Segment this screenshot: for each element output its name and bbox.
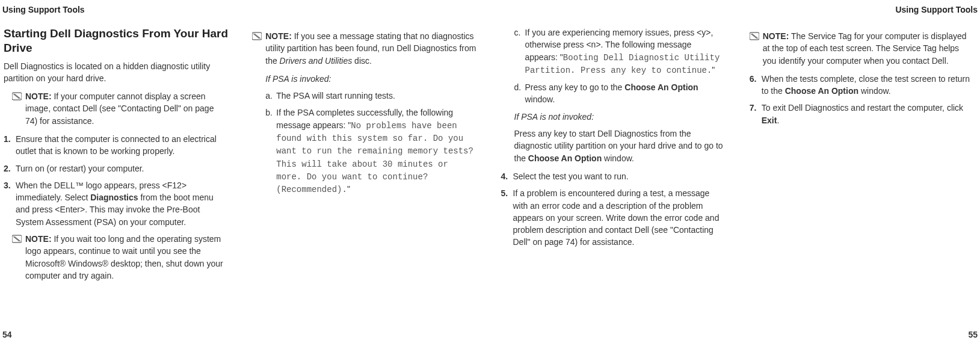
note-text-italic: Drivers and Utilities — [280, 56, 353, 66]
step-text: Select the test you want to run. — [513, 172, 629, 181]
substep-text: The PSA will start running tests. — [276, 91, 395, 100]
step-5: 5. If a problem is encountered during a … — [501, 187, 726, 248]
note-label: NOTE: — [25, 234, 52, 244]
step-1: Ensure that the computer is connected to… — [4, 133, 228, 158]
step-3: When the DELL™ logo appears, press <F12>… — [4, 179, 228, 228]
running-header-left: Using Support Tools — [2, 4, 85, 16]
step-number: 6. — [750, 73, 757, 85]
note-label: NOTE: — [25, 91, 52, 101]
column-2: NOTE: If you see a message stating that … — [252, 26, 476, 321]
substep-c: c. If you are experiencing memory issues… — [514, 26, 726, 76]
column-4: NOTE: The Service Tag for your computer … — [750, 26, 974, 321]
step-text: Ensure that the computer is connected to… — [16, 134, 217, 156]
note-text: disc. — [352, 56, 372, 66]
substeps-list: c. If you are experiencing memory issues… — [514, 26, 726, 106]
section-title: Starting Dell Diagnostics From Your Hard… — [4, 26, 228, 55]
text-bold: Choose An Option — [528, 153, 602, 163]
substep-mono: No problems have been found with this sy… — [276, 121, 473, 194]
psa-not-invoked-heading: If PSA is not invoked: — [514, 111, 726, 123]
step-number: 5. — [501, 187, 508, 199]
step-number: 4. — [501, 170, 508, 182]
column-3: c. If you are experiencing memory issues… — [501, 26, 726, 321]
psa-not-text: Press any key to start Dell Diagnostics … — [514, 128, 726, 164]
substep-b: b. If the PSA completes successfully, th… — [265, 107, 476, 196]
note-text: The Service Tag for your computer is dis… — [763, 31, 967, 66]
step-7: 7. To exit Dell Diagnostics and restart … — [750, 102, 974, 126]
substeps-list: a. The PSA will start running tests. b. … — [265, 90, 476, 196]
note-block: NOTE: If you wait too long and the opera… — [12, 233, 228, 282]
page-number-left: 54 — [2, 329, 12, 341]
step-text: . — [777, 116, 779, 125]
substep-text: Press any key to go to the — [525, 82, 625, 92]
note-body: NOTE: If your computer cannot display a … — [25, 90, 228, 127]
substep-text-bold: Choose An Option — [624, 82, 698, 92]
substep-a: a. The PSA will start running tests. — [265, 90, 476, 102]
step-number: 7. — [750, 102, 757, 114]
note-body: NOTE: The Service Tag for your computer … — [763, 30, 974, 67]
note-block: NOTE: If your computer cannot display a … — [12, 90, 228, 127]
note-body: NOTE: If you see a message stating that … — [265, 30, 476, 67]
note-text: If you wait too long and the operating s… — [25, 234, 223, 280]
step-text-bold: Choose An Option — [785, 86, 858, 96]
substep-marker: b. — [265, 107, 273, 119]
note-label: NOTE: — [265, 31, 292, 41]
note-block: NOTE: The Service Tag for your computer … — [750, 30, 974, 67]
note-block: NOTE: If you see a message stating that … — [252, 30, 476, 67]
substep-text: " — [712, 65, 715, 75]
step-4: 4. Select the test you want to run. — [501, 170, 726, 182]
page-number-right: 55 — [968, 329, 978, 341]
step-text-bold: Diagnostics — [90, 193, 138, 202]
psa-invoked-heading: If PSA is invoked: — [265, 73, 476, 85]
steps-list: Ensure that the computer is connected to… — [4, 133, 228, 228]
substep-marker: d. — [514, 81, 522, 93]
running-header-right: Using Support Tools — [895, 4, 978, 16]
substep-marker: a. — [265, 90, 273, 102]
note-icon — [12, 235, 22, 243]
note-icon — [252, 32, 262, 40]
step-text: window. — [858, 86, 891, 96]
column-1: Starting Dell Diagnostics From Your Hard… — [4, 26, 228, 321]
note-icon — [12, 92, 22, 100]
page-columns: Starting Dell Diagnostics From Your Hard… — [0, 5, 980, 338]
step-text-bold: Exit — [762, 116, 777, 125]
note-icon — [750, 32, 759, 40]
note-label: NOTE: — [763, 31, 789, 41]
substep-text: window. — [525, 94, 555, 104]
step-text: If a problem is encountered during a tes… — [513, 188, 720, 247]
text: window. — [602, 153, 634, 163]
substep-marker: c. — [514, 26, 521, 39]
step-2: Turn on (or restart) your computer. — [4, 162, 228, 175]
note-body: NOTE: If you wait too long and the opera… — [25, 233, 228, 282]
substep-d: d. Press any key to go to the Choose An … — [514, 81, 726, 106]
intro-text: Dell Diagnostics is located on a hidden … — [4, 60, 228, 85]
step-text: Turn on (or restart) your computer. — [16, 164, 144, 173]
step-6: 6. When the tests complete, close the te… — [750, 73, 974, 97]
note-text: If your computer cannot display a screen… — [25, 91, 214, 126]
substep-text: " — [347, 184, 350, 194]
step-text: To exit Dell Diagnostics and restart the… — [762, 103, 963, 113]
